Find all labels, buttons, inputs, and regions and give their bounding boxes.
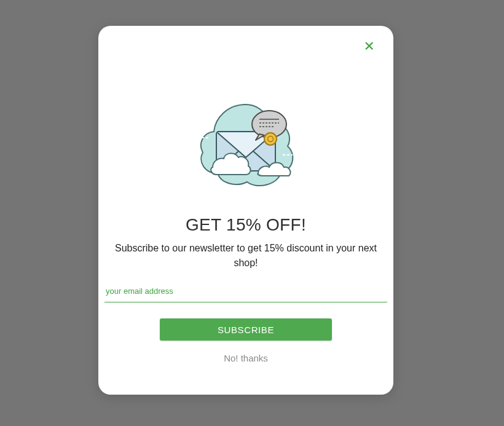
envelope-illustration bbox=[191, 93, 301, 198]
modal-subtitle: Subscribe to our newsletter to get 15% d… bbox=[111, 241, 381, 270]
close-icon bbox=[364, 41, 374, 53]
decline-button[interactable]: No! thanks bbox=[224, 353, 268, 363]
close-button[interactable] bbox=[363, 41, 376, 54]
subscribe-button[interactable]: SUBSCRIBE bbox=[160, 318, 332, 341]
svg-point-5 bbox=[264, 133, 277, 145]
email-input[interactable] bbox=[104, 280, 387, 302]
modal-title: GET 15% OFF! bbox=[186, 215, 306, 235]
newsletter-modal: GET 15% OFF! Subscribe to our newsletter… bbox=[98, 26, 393, 395]
